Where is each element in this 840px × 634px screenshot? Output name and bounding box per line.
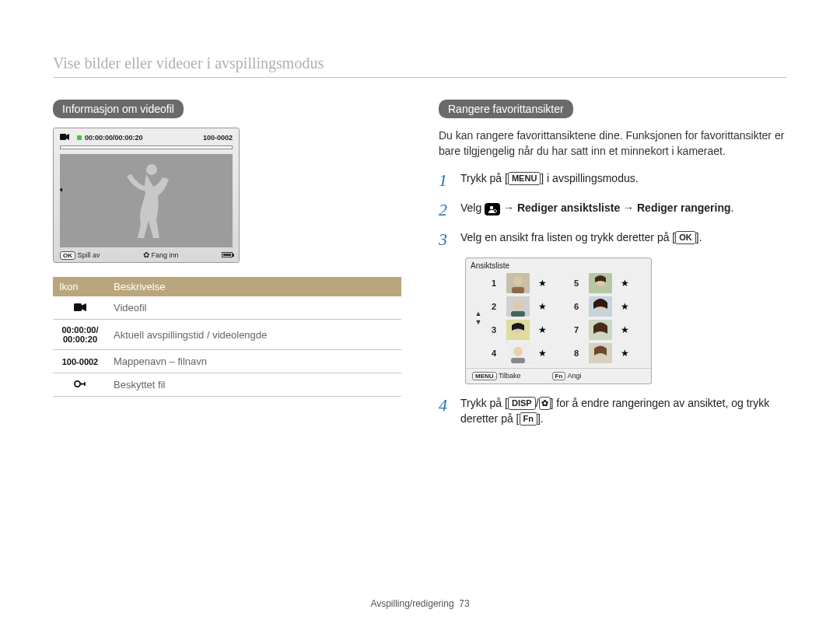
face-rank: 7 — [574, 325, 579, 335]
face-rank: 5 — [574, 278, 579, 288]
heading-pill-right: Rangere favorittansikter — [439, 100, 573, 118]
fn-button-icon: Fn — [520, 412, 537, 426]
table-head-desc: Beskrivelse — [107, 277, 401, 296]
svg-point-11 — [490, 205, 493, 208]
step-number: 4 — [439, 395, 453, 414]
svg-rect-33 — [511, 358, 525, 363]
intro-paragraph: Du kan rangere favorittansiktene dine. F… — [439, 128, 787, 159]
svg-marker-7 — [82, 303, 86, 311]
face-list-title: Ansiktsliste — [466, 258, 651, 271]
star-icon: ★ — [538, 301, 547, 312]
set-hint: Fn Angi — [552, 372, 582, 380]
table-icon-cell: 100-0002 — [53, 350, 107, 373]
page-footer: Avspilling/redigering 73 — [0, 598, 840, 609]
star-icon: ★ — [621, 348, 629, 359]
table-desc-cell: Aktuell avspillingstid / videolengde — [107, 320, 401, 350]
table-desc-cell: Mappenavn – filnavn — [107, 350, 401, 373]
ok-button-icon: OK — [60, 251, 75, 260]
video-progress-bar — [60, 145, 233, 149]
page-section-title: Vise bilder eller videoer i avspillingsm… — [53, 54, 787, 72]
table-desc-cell: Videofil — [107, 296, 401, 320]
videocam-icon — [60, 133, 69, 142]
face-thumbnail — [506, 320, 530, 340]
face-rank: 4 — [492, 349, 496, 358]
face-rank: 2 — [492, 302, 496, 311]
menu-button-icon: MENU — [472, 372, 497, 380]
face-rank: 3 — [492, 325, 496, 335]
svg-point-5 — [146, 164, 157, 175]
table-desc-cell: Beskyttet fil — [107, 373, 401, 397]
svg-point-32 — [513, 347, 523, 356]
fn-button-icon: Fn — [552, 372, 566, 380]
svg-rect-24 — [511, 311, 525, 317]
face-thumbnail — [589, 296, 612, 317]
tulip-button-icon: ✿ — [539, 397, 551, 410]
face-thumbnail — [589, 320, 612, 340]
table-icon-cell — [53, 296, 107, 320]
tulip-icon: ✿ — [143, 250, 149, 259]
play-hint: OK Spill av — [60, 251, 100, 259]
table-head-icon: Ikon — [53, 277, 107, 296]
video-preview-box: 00:00:00/00:00:20 100-0002 — [53, 128, 240, 263]
key-lock-icon — [74, 379, 86, 389]
star-icon: ★ — [621, 301, 629, 312]
table-icon-cell — [53, 373, 107, 397]
table-row: Beskyttet fil — [53, 373, 401, 397]
star-icon: ★ — [621, 278, 629, 289]
star-icon: ★ — [538, 324, 547, 335]
menu-button-icon: MENU — [508, 172, 541, 185]
step-4: 4 Trykk på [DISP/✿] for å endre rangerin… — [439, 395, 787, 427]
svg-rect-0 — [60, 134, 66, 140]
video-thumbnail — [60, 154, 233, 247]
svg-rect-4 — [61, 188, 63, 191]
back-hint: MENU Tilbake — [472, 372, 521, 380]
heading-pill-left: Informasjon om videofil — [53, 100, 184, 118]
star-icon: ★ — [538, 348, 547, 359]
battery-icon — [222, 252, 233, 257]
capture-hint: ✿ Fang inn — [143, 250, 179, 259]
disp-button-icon: DISP — [508, 397, 536, 410]
step-2: 2 Velg → Rediger ansiktsliste → Rediger … — [439, 200, 787, 219]
table-icon-cell: 00:00:00/00:00:20 — [53, 320, 107, 350]
section-divider — [53, 77, 787, 78]
face-thumbnail — [589, 343, 612, 363]
ok-button-icon: OK — [675, 231, 696, 244]
video-folder-file: 100-0002 — [203, 134, 233, 142]
face-thumbnail — [506, 296, 530, 317]
step-3: 3 Velg en ansikt fra listen og trykk der… — [439, 229, 787, 248]
svg-rect-19 — [512, 287, 524, 293]
table-row: Videofil — [53, 296, 401, 320]
step-1: 1 Trykk på [MENU] i avspillingsmodus. — [439, 170, 787, 189]
svg-marker-1 — [66, 134, 69, 140]
svg-point-18 — [513, 276, 523, 285]
lock-icon — [60, 185, 63, 197]
svg-rect-6 — [74, 303, 82, 311]
updown-arrows-icon: ▲▼ — [475, 310, 482, 327]
face-thumbnail — [506, 273, 530, 293]
star-icon: ★ — [538, 278, 547, 289]
icon-description-table: Ikon Beskrivelse Videofil 00:00:00/00:00… — [53, 277, 401, 397]
videocam-icon — [74, 303, 86, 312]
face-thumbnail — [589, 273, 612, 293]
table-row: 100-0002 Mappenavn – filnavn — [53, 350, 401, 373]
video-time-text: 00:00:00/00:00:20 — [77, 134, 143, 142]
table-row: 00:00:00/00:00:20 Aktuell avspillingstid… — [53, 320, 401, 350]
svg-rect-10 — [84, 382, 86, 386]
star-icon: ★ — [621, 324, 629, 335]
face-list-panel: Ansiktsliste ▲▼ 1 ★ 5 ★ 2 ★ 6 ★ — [465, 257, 652, 384]
head-gear-icon — [485, 203, 500, 215]
svg-point-23 — [513, 300, 523, 310]
face-rank: 6 — [574, 302, 579, 311]
face-rank: 1 — [492, 278, 496, 288]
step-list: 1 Trykk på [MENU] i avspillingsmodus. 2 … — [439, 170, 787, 248]
face-thumbnail — [506, 343, 530, 363]
face-rank: 8 — [574, 349, 579, 358]
skater-silhouette — [122, 160, 177, 242]
step-number: 3 — [439, 229, 453, 248]
step-number: 2 — [439, 200, 453, 219]
step-number: 1 — [439, 170, 453, 189]
